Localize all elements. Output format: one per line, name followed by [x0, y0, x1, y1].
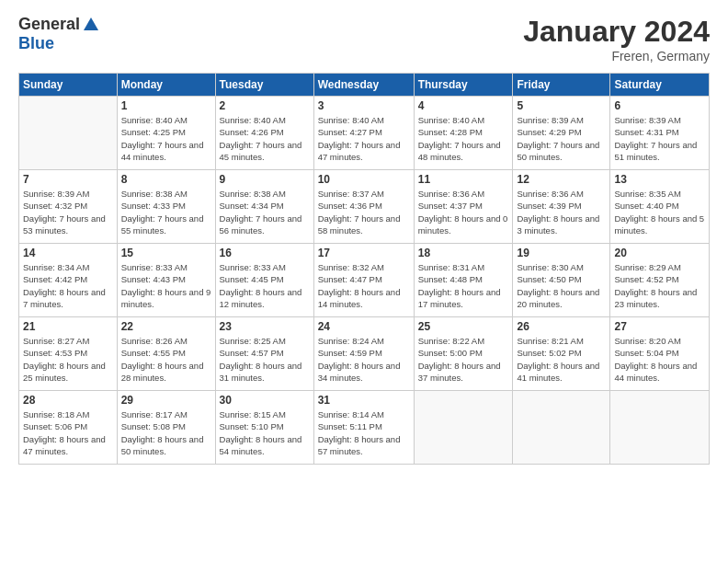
title-block: January 2024 Freren, Germany — [523, 15, 710, 63]
calendar-cell: 4Sunrise: 8:40 AM Sunset: 4:28 PM Daylig… — [414, 97, 513, 170]
calendar-cell: 13Sunrise: 8:35 AM Sunset: 4:40 PM Dayli… — [610, 170, 710, 244]
day-info: Sunrise: 8:33 AM Sunset: 4:43 PM Dayligh… — [121, 261, 211, 310]
weekday-header-row: SundayMondayTuesdayWednesdayThursdayFrid… — [19, 74, 710, 97]
calendar-page: General Blue January 2024 Freren, German… — [0, 0, 728, 563]
day-number: 4 — [418, 99, 509, 112]
day-info: Sunrise: 8:40 AM Sunset: 4:25 PM Dayligh… — [121, 114, 211, 163]
logo: General Blue — [18, 15, 100, 53]
calendar-cell: 28Sunrise: 8:18 AM Sunset: 5:06 PM Dayli… — [19, 391, 118, 465]
day-info: Sunrise: 8:31 AM Sunset: 4:48 PM Dayligh… — [418, 261, 509, 310]
day-info: Sunrise: 8:38 AM Sunset: 4:34 PM Dayligh… — [220, 188, 310, 236]
week-row: 21Sunrise: 8:27 AM Sunset: 4:53 PM Dayli… — [19, 317, 710, 391]
calendar-cell: 26Sunrise: 8:21 AM Sunset: 5:02 PM Dayli… — [513, 317, 610, 391]
calendar-cell: 16Sunrise: 8:33 AM Sunset: 4:45 PM Dayli… — [215, 244, 313, 317]
day-number: 11 — [418, 173, 509, 186]
day-info: Sunrise: 8:29 AM Sunset: 4:52 PM Dayligh… — [614, 261, 705, 310]
calendar-table: SundayMondayTuesdayWednesdayThursdayFrid… — [18, 73, 710, 465]
day-info: Sunrise: 8:18 AM Sunset: 5:06 PM Dayligh… — [23, 408, 113, 457]
calendar-cell: 8Sunrise: 8:38 AM Sunset: 4:33 PM Daylig… — [117, 170, 215, 244]
week-row: 1Sunrise: 8:40 AM Sunset: 4:25 PM Daylig… — [19, 97, 710, 170]
calendar-cell: 3Sunrise: 8:40 AM Sunset: 4:27 PM Daylig… — [313, 97, 414, 170]
day-info: Sunrise: 8:24 AM Sunset: 4:59 PM Dayligh… — [318, 335, 410, 384]
calendar-cell: 31Sunrise: 8:14 AM Sunset: 5:11 PM Dayli… — [313, 391, 414, 465]
calendar-cell: 11Sunrise: 8:36 AM Sunset: 4:37 PM Dayli… — [414, 170, 513, 244]
logo-icon — [82, 16, 100, 34]
calendar-cell: 12Sunrise: 8:36 AM Sunset: 4:39 PM Dayli… — [513, 170, 610, 244]
day-info: Sunrise: 8:25 AM Sunset: 4:57 PM Dayligh… — [220, 335, 310, 384]
day-info: Sunrise: 8:22 AM Sunset: 5:00 PM Dayligh… — [418, 335, 509, 384]
day-number: 31 — [318, 394, 410, 407]
calendar-cell: 21Sunrise: 8:27 AM Sunset: 4:53 PM Dayli… — [19, 317, 118, 391]
day-number: 10 — [318, 173, 410, 186]
calendar-cell: 9Sunrise: 8:38 AM Sunset: 4:34 PM Daylig… — [215, 170, 313, 244]
day-number: 8 — [121, 173, 211, 186]
day-info: Sunrise: 8:20 AM Sunset: 5:04 PM Dayligh… — [614, 335, 705, 384]
calendar-cell: 29Sunrise: 8:17 AM Sunset: 5:08 PM Dayli… — [117, 391, 215, 465]
day-info: Sunrise: 8:33 AM Sunset: 4:45 PM Dayligh… — [220, 261, 310, 310]
week-row: 7Sunrise: 8:39 AM Sunset: 4:32 PM Daylig… — [19, 170, 710, 244]
day-number: 1 — [121, 99, 211, 112]
day-info: Sunrise: 8:37 AM Sunset: 4:36 PM Dayligh… — [318, 188, 410, 236]
day-info: Sunrise: 8:17 AM Sunset: 5:08 PM Dayligh… — [121, 408, 211, 457]
day-number: 15 — [121, 247, 211, 259]
day-info: Sunrise: 8:40 AM Sunset: 4:28 PM Dayligh… — [418, 114, 509, 163]
day-info: Sunrise: 8:30 AM Sunset: 4:50 PM Dayligh… — [517, 261, 606, 310]
day-info: Sunrise: 8:32 AM Sunset: 4:47 PM Dayligh… — [318, 261, 410, 310]
week-row: 28Sunrise: 8:18 AM Sunset: 5:06 PM Dayli… — [19, 391, 710, 465]
logo-general-text: General — [18, 15, 80, 34]
weekday-header: Friday — [513, 74, 610, 97]
calendar-cell: 5Sunrise: 8:39 AM Sunset: 4:29 PM Daylig… — [513, 97, 610, 170]
day-number: 22 — [121, 320, 211, 333]
weekday-header: Saturday — [610, 74, 710, 97]
week-row: 14Sunrise: 8:34 AM Sunset: 4:42 PM Dayli… — [19, 244, 710, 317]
day-number: 7 — [23, 173, 113, 186]
calendar-cell: 19Sunrise: 8:30 AM Sunset: 4:50 PM Dayli… — [513, 244, 610, 317]
day-info: Sunrise: 8:39 AM Sunset: 4:31 PM Dayligh… — [614, 114, 705, 163]
day-info: Sunrise: 8:39 AM Sunset: 4:29 PM Dayligh… — [517, 114, 606, 163]
day-number: 23 — [220, 320, 310, 333]
calendar-cell: 7Sunrise: 8:39 AM Sunset: 4:32 PM Daylig… — [19, 170, 118, 244]
calendar-cell: 2Sunrise: 8:40 AM Sunset: 4:26 PM Daylig… — [215, 97, 313, 170]
calendar-cell: 25Sunrise: 8:22 AM Sunset: 5:00 PM Dayli… — [414, 317, 513, 391]
weekday-header: Sunday — [19, 74, 118, 97]
calendar-cell: 1Sunrise: 8:40 AM Sunset: 4:25 PM Daylig… — [117, 97, 215, 170]
day-info: Sunrise: 8:39 AM Sunset: 4:32 PM Dayligh… — [23, 188, 113, 236]
day-number: 3 — [318, 99, 410, 112]
calendar-cell: 27Sunrise: 8:20 AM Sunset: 5:04 PM Dayli… — [610, 317, 710, 391]
weekday-header: Wednesday — [313, 74, 414, 97]
day-number: 14 — [23, 247, 113, 259]
calendar-cell: 6Sunrise: 8:39 AM Sunset: 4:31 PM Daylig… — [610, 97, 710, 170]
calendar-cell: 23Sunrise: 8:25 AM Sunset: 4:57 PM Dayli… — [215, 317, 313, 391]
day-number: 25 — [418, 320, 509, 333]
svg-marker-0 — [84, 17, 98, 30]
day-info: Sunrise: 8:40 AM Sunset: 4:26 PM Dayligh… — [220, 114, 310, 163]
calendar-cell — [513, 391, 610, 465]
day-number: 2 — [220, 99, 310, 112]
day-info: Sunrise: 8:36 AM Sunset: 4:39 PM Dayligh… — [517, 188, 606, 236]
day-info: Sunrise: 8:26 AM Sunset: 4:55 PM Dayligh… — [121, 335, 211, 384]
day-info: Sunrise: 8:14 AM Sunset: 5:11 PM Dayligh… — [318, 408, 410, 457]
day-info: Sunrise: 8:36 AM Sunset: 4:37 PM Dayligh… — [418, 188, 509, 236]
calendar-cell: 30Sunrise: 8:15 AM Sunset: 5:10 PM Dayli… — [215, 391, 313, 465]
day-info: Sunrise: 8:40 AM Sunset: 4:27 PM Dayligh… — [318, 114, 410, 163]
month-title: January 2024 — [523, 15, 710, 49]
weekday-header: Monday — [117, 74, 215, 97]
logo-blue-text: Blue — [18, 34, 54, 53]
day-number: 6 — [614, 99, 705, 112]
day-number: 29 — [121, 394, 211, 407]
day-info: Sunrise: 8:38 AM Sunset: 4:33 PM Dayligh… — [121, 188, 211, 236]
day-info: Sunrise: 8:21 AM Sunset: 5:02 PM Dayligh… — [517, 335, 606, 384]
header: General Blue January 2024 Freren, German… — [18, 15, 710, 63]
calendar-cell: 22Sunrise: 8:26 AM Sunset: 4:55 PM Dayli… — [117, 317, 215, 391]
calendar-cell — [610, 391, 710, 465]
calendar-cell: 24Sunrise: 8:24 AM Sunset: 4:59 PM Dayli… — [313, 317, 414, 391]
day-number: 18 — [418, 247, 509, 259]
day-number: 13 — [614, 173, 705, 186]
day-number: 12 — [517, 173, 606, 186]
weekday-header: Thursday — [414, 74, 513, 97]
day-info: Sunrise: 8:35 AM Sunset: 4:40 PM Dayligh… — [614, 188, 705, 236]
day-info: Sunrise: 8:15 AM Sunset: 5:10 PM Dayligh… — [220, 408, 310, 457]
day-number: 17 — [318, 247, 410, 259]
location: Freren, Germany — [523, 49, 710, 63]
day-number: 16 — [220, 247, 310, 259]
